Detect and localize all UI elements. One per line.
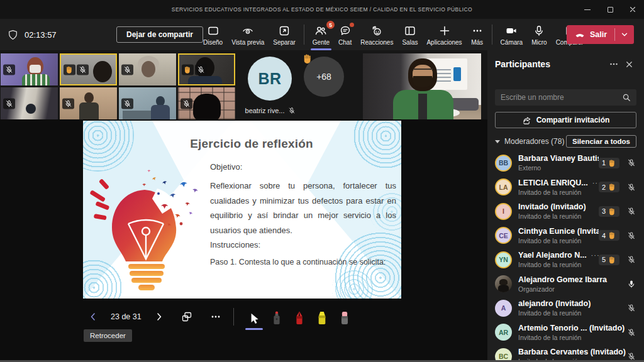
toolbar-item-chat[interactable]: Chat [334,21,356,48]
row-more-dots[interactable]: ··· [592,179,599,187]
mic-off-icon[interactable] [626,158,636,167]
leave-button[interactable]: Salir [567,25,634,44]
participant-video-tile[interactable] [1,87,58,119]
participant-row[interactable]: AR Artemio Tenorio ... (Invitado) Invita… [495,321,636,345]
participant-row[interactable]: YN Yael Alejandro N...··· Invitado de la… [495,248,636,272]
share-invite-icon [522,116,531,125]
meeting-toolbar: 02:13:57 Dejar de compartir Diseño Vista… [0,19,644,50]
avatar-photo [495,275,512,292]
slide-page-indicator: 23 de 31 [111,312,142,321]
toolbar-item-aplicaciones[interactable]: Aplicaciones [422,21,466,48]
participant-video-tile[interactable] [178,87,235,119]
search-input[interactable] [501,93,622,102]
toolbar-item-reacciones[interactable]: Reacciones [356,21,397,48]
mic-off-icon [77,64,89,75]
participant-row[interactable]: I Invitado (Invitado) Invitado de la reu… [495,199,636,224]
window-titlebar: SERVICIOS EDUCATIVOS INTEGRADOS AL ESTAD… [0,0,644,19]
toolbar-item-salas[interactable]: Salas [397,21,422,48]
leave-options-chevron-icon[interactable] [615,30,634,39]
presentation-controls: 23 de 31 [86,305,356,328]
presenter-video-tile[interactable] [363,53,481,119]
mic-off-icon [62,98,74,109]
raised-hand-badge: 2 [599,182,619,192]
avatar: I [495,203,512,220]
participant-filmstrip: BR beatriz rive... +68 [0,50,487,119]
participant-video-tile[interactable] [119,53,176,85]
participant-row[interactable]: LA LETICIA ENRIQU...··· Invitado de la r… [495,175,636,200]
red-pen-tool-icon[interactable] [288,307,311,326]
mic-off-icon[interactable] [626,304,636,312]
mute-all-button[interactable]: Silenciar a todos [566,135,636,148]
panel-more-icon[interactable] [606,57,621,72]
participant-video-tile[interactable] [60,87,117,119]
mic-off-icon[interactable] [626,328,636,337]
laser-pointer-tool-icon[interactable] [265,307,288,326]
raised-hand-badge: 1 [599,158,619,168]
participant-row[interactable]: BB Barbara Vianey Bautista ... Externo 1 [495,151,636,175]
yellow-highlighter-tool-icon[interactable] [311,307,333,326]
toolbar-item-vista-previa[interactable]: Vista previa [227,21,269,48]
stop-sharing-button[interactable]: Dejar de compartir [116,26,203,43]
participant-video-tile-hand-raised[interactable] [60,53,117,85]
participant-row[interactable]: BC Barbara Cervantes (Invitado) Invitado… [495,344,636,362]
participant-name: beatriz rive... [245,107,285,114]
row-more-dots[interactable]: ··· [591,251,599,259]
slide-objective-label: Objetivo: [210,162,242,172]
mic-off-icon[interactable] [626,183,636,192]
avatar: AR [495,324,512,341]
more-options-icon[interactable] [207,308,225,326]
back-tooltip: Retroceder [84,329,132,342]
toolbar-item-diseno[interactable]: Diseño [199,21,227,48]
mic-off-icon [3,98,15,109]
participant-video-tile[interactable] [119,87,176,119]
maximize-icon[interactable] [599,0,621,19]
minimize-icon[interactable] [576,0,599,19]
overflow-participants[interactable]: +68 [304,57,348,101]
participant-search[interactable] [495,89,636,106]
slide-step-text: Paso 1. Contesta lo que a continuación s… [210,258,386,266]
share-invite-button[interactable]: Compartir invitación [495,112,636,128]
toolbar-item-micro[interactable]: Micro [527,21,551,48]
hangup-phone-icon [574,29,586,40]
raised-hand-icon [303,53,313,64]
audio-participant[interactable]: BR beatriz rive... [238,54,303,117]
toolbar-divider [304,25,304,45]
toolbar-item-camara[interactable]: Cámara [496,21,528,48]
participants-panel: Participantes Compartir invitación Moder… [487,50,644,362]
close-icon[interactable] [621,0,644,19]
participant-row[interactable]: CE Cinthya Eunice (Invitado) Invitado de… [495,224,636,248]
mic-on-icon[interactable] [626,280,636,288]
window-controls [576,0,644,19]
slide-title: Ejercicio de reflexión [121,137,382,151]
search-icon [622,93,631,102]
participant-row[interactable]: A alejandro (Invitado) Invitado de la re… [495,296,636,321]
toolbar-item-mas[interactable]: Más [467,21,488,48]
slide-objective-text: Reflexionar sobre tu persona, fortalecer… [210,178,396,238]
raised-hand-badge: 4 [599,230,619,241]
pointer-tool-icon[interactable] [243,307,265,326]
mic-off-icon[interactable] [626,255,636,264]
mic-off-icon[interactable] [626,207,636,216]
section-collapse-icon[interactable] [495,140,500,143]
raised-hand-icon [182,64,194,75]
participant-video-tile[interactable] [1,53,58,85]
participant-row[interactable]: Alejandro Gomez Ibarra Organizador [495,272,636,297]
previous-slide-icon[interactable] [86,309,101,324]
panel-close-icon[interactable] [621,57,636,72]
raised-hand-badge: 3 [599,206,619,217]
slide-grid-icon[interactable] [178,308,196,326]
eraser-tool-icon[interactable] [333,307,356,326]
toolbar-item-separar[interactable]: Separar [269,21,300,48]
participant-video-tile-hand-raised[interactable] [178,53,235,85]
plus-icon [438,25,451,37]
shield-icon [8,30,18,40]
next-slide-icon[interactable] [152,309,167,324]
mic-off-icon[interactable] [626,231,636,240]
avatar: CE [495,227,512,244]
mic-off-icon [195,64,207,75]
toolbar-item-gente[interactable]: Gente 5 [308,21,334,48]
mic-off-icon [121,98,133,109]
lightbulb-birds-illustration [87,166,209,295]
meeting-stage: BR beatriz rive... +68 [0,50,487,362]
avatar: BB [495,155,512,172]
